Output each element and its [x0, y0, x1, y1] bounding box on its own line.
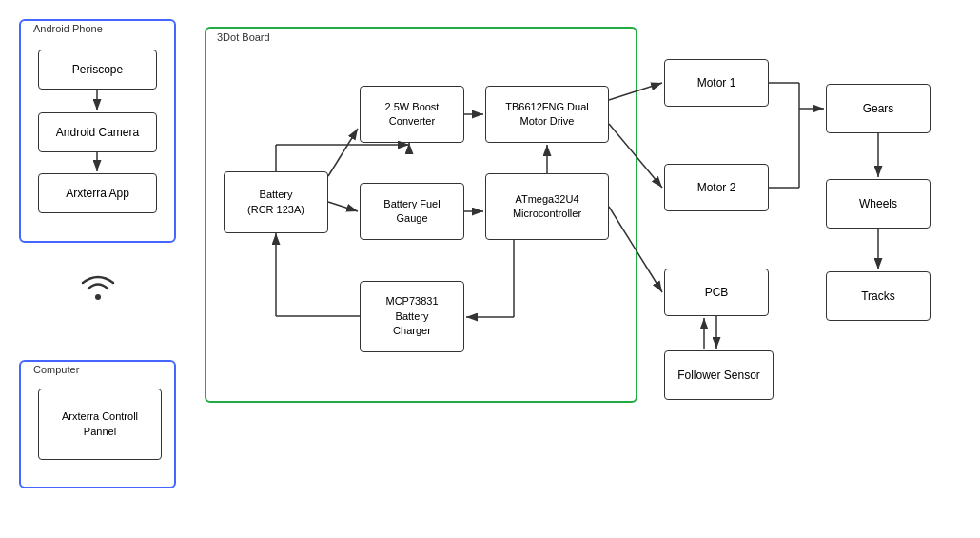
- arxterra-control-box: Arxterra ControllPannel: [38, 389, 162, 460]
- battery-label: Battery(RCR 123A): [247, 188, 304, 217]
- battery-fuel-gauge-label: Battery FuelGauge: [383, 197, 440, 227]
- motor1-box: Motor 1: [664, 59, 769, 107]
- motor2-box: Motor 2: [664, 164, 769, 211]
- wheels-label: Wheels: [859, 196, 897, 212]
- atmega-label: ATmega32U4Microcontroller: [513, 192, 581, 222]
- motor1-label: Motor 1: [697, 75, 736, 91]
- battery-box: Battery(RCR 123A): [224, 171, 328, 233]
- gears-box: Gears: [826, 84, 931, 133]
- follower-sensor-box: Follower Sensor: [664, 350, 774, 400]
- svg-point-0: [95, 294, 101, 300]
- android-camera-label: Android Camera: [56, 125, 139, 141]
- arxterra-app-label: Arxterra App: [66, 186, 129, 202]
- android-phone-label: Android Phone: [33, 23, 103, 34]
- battery-fuel-gauge-box: Battery FuelGauge: [360, 183, 464, 240]
- arxterra-app-box: Arxterra App: [38, 173, 157, 213]
- computer-label: Computer: [33, 364, 79, 375]
- pcb-label: PCB: [705, 285, 729, 301]
- mcp73831-label: MCP73831BatteryCharger: [385, 294, 438, 338]
- boost-converter-label: 2.5W BoostConverter: [385, 100, 440, 130]
- wifi-icon: [74, 255, 122, 308]
- motor2-label: Motor 2: [697, 180, 736, 196]
- pcb-box: PCB: [664, 269, 769, 316]
- tracks-box: Tracks: [826, 271, 931, 321]
- periscope-box: Periscope: [38, 50, 157, 90]
- threedot-board-label: 3Dot Board: [217, 31, 270, 43]
- mcp73831-box: MCP73831BatteryCharger: [360, 281, 464, 352]
- follower-sensor-label: Follower Sensor: [677, 368, 760, 384]
- android-camera-box: Android Camera: [38, 112, 157, 152]
- boost-converter-box: 2.5W BoostConverter: [360, 86, 464, 143]
- atmega-box: ATmega32U4Microcontroller: [485, 173, 609, 240]
- arxterra-control-label: Arxterra ControllPannel: [62, 409, 138, 439]
- tb6612-label: TB6612FNG DualMotor Drive: [505, 100, 588, 130]
- gears-label: Gears: [863, 101, 894, 117]
- wheels-box: Wheels: [826, 179, 931, 229]
- tracks-label: Tracks: [861, 289, 895, 305]
- periscope-label: Periscope: [72, 62, 123, 78]
- diagram: Android Phone Periscope Android Camera A…: [0, 0, 980, 538]
- tb6612-box: TB6612FNG DualMotor Drive: [485, 86, 609, 143]
